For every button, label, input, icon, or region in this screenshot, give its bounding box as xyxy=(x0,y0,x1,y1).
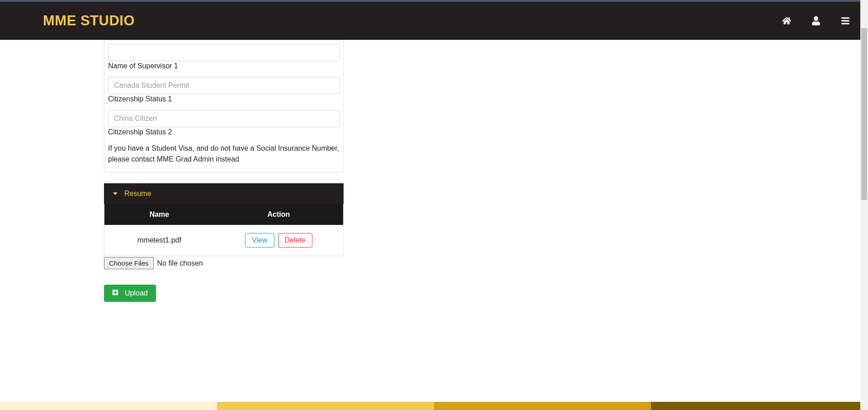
col-action-header: Action xyxy=(214,204,343,225)
home-icon[interactable] xyxy=(782,16,791,25)
stripe-segment xyxy=(434,402,651,410)
supervisor-1-group: Name of Supervisor 1 xyxy=(108,44,340,70)
citizenship-1-label: Citizenship Status 1 xyxy=(108,95,340,103)
citizenship-2-label: Citizenship Status 2 xyxy=(108,128,340,136)
hamburger-menu-icon[interactable] xyxy=(841,16,850,25)
resume-table: Name Action mmetest1.pdf View Delete xyxy=(104,204,344,256)
caret-down-icon xyxy=(113,192,118,195)
brand-title[interactable]: MME STUDIO xyxy=(43,13,135,29)
table-row: mmetest1.pdf View Delete xyxy=(104,225,343,256)
plus-square-icon xyxy=(112,289,118,297)
stripe-segment xyxy=(651,402,868,410)
scrollbar-thumb[interactable] xyxy=(861,28,867,200)
action-cell: View Delete xyxy=(214,233,343,248)
stripe-segment xyxy=(217,402,434,410)
file-name-cell: mmetest1.pdf xyxy=(104,236,214,244)
form-card: Name of Supervisor 1 Citizenship Status … xyxy=(104,40,344,172)
col-name-header: Name xyxy=(104,204,214,225)
view-button[interactable]: View xyxy=(245,233,274,248)
footer-stripe xyxy=(0,402,868,410)
upload-button[interactable]: Upload xyxy=(104,285,156,302)
header-icons xyxy=(782,16,850,25)
resume-title: Resume xyxy=(124,190,151,198)
app-header: MME STUDIO xyxy=(0,2,868,40)
scrollbar-track[interactable] xyxy=(860,0,868,410)
file-chooser: Choose Files No file chosen xyxy=(104,257,868,269)
table-head: Name Action xyxy=(104,204,343,225)
user-icon[interactable] xyxy=(811,16,821,25)
citizenship-1-input[interactable] xyxy=(108,77,340,94)
citizenship-1-group: Citizenship Status 1 xyxy=(108,77,340,103)
citizenship-2-input[interactable] xyxy=(108,110,340,127)
supervisor-1-label: Name of Supervisor 1 xyxy=(108,62,340,70)
choose-files-button[interactable]: Choose Files xyxy=(104,257,154,269)
stripe-segment xyxy=(0,402,217,410)
resume-section: Resume Name Action mmetest1.pdf View Del… xyxy=(104,183,344,256)
supervisor-1-input[interactable] xyxy=(108,44,340,61)
upload-button-label: Upload xyxy=(125,289,148,297)
visa-info-text: If you have a Student Visa, and do not h… xyxy=(108,143,340,165)
citizenship-2-group: Citizenship Status 2 xyxy=(108,110,340,136)
content-area: Name of Supervisor 1 Citizenship Status … xyxy=(0,40,868,302)
resume-header[interactable]: Resume xyxy=(104,183,344,204)
no-file-chosen-text: No file chosen xyxy=(157,259,203,267)
delete-button[interactable]: Delete xyxy=(278,233,312,248)
